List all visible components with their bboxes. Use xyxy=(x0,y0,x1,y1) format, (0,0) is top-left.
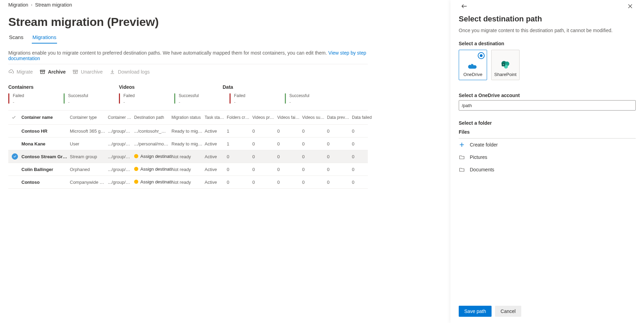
cell-migration-status: Not ready xyxy=(171,167,205,172)
table-row[interactable]: Mona KaneUser.../group/ed53....../person… xyxy=(8,137,368,150)
breadcrumb-link-migration[interactable]: Migration xyxy=(8,2,28,8)
checkmark-icon xyxy=(12,166,18,172)
cell-migration-status: Not ready xyxy=(171,154,205,159)
warning-dot-icon xyxy=(134,180,138,184)
stat-label: Failed xyxy=(234,93,245,98)
col-data-failed[interactable]: Data failed xyxy=(352,115,377,120)
table-row[interactable]: Contoso Stream GroupStream group.../grou… xyxy=(8,150,368,163)
cell-container-path: .../group/ed53... xyxy=(108,180,134,185)
row-checkbox[interactable] xyxy=(8,128,21,134)
cell-container-name: Mona Kane xyxy=(21,141,70,146)
col-task-status[interactable]: Task status xyxy=(205,115,227,120)
row-checkbox[interactable] xyxy=(8,141,21,147)
radio-selected-icon xyxy=(478,52,485,59)
cell-destination-path[interactable]: Assign destination xyxy=(134,179,171,185)
assign-destination-link[interactable]: Assign destination xyxy=(140,154,171,159)
checkmark-icon xyxy=(12,141,18,147)
cell-folders-created: 0 xyxy=(227,180,252,185)
cell-folders-created: 1 xyxy=(227,141,252,146)
cell-container-type: Stream group xyxy=(70,154,108,159)
back-button[interactable] xyxy=(459,1,470,12)
folder-label: Documents xyxy=(470,167,494,172)
bar-green-icon xyxy=(174,93,175,104)
cell-task-status: Active xyxy=(205,154,227,159)
cell-data-prev: 0 xyxy=(327,129,352,134)
save-path-button[interactable]: Save path xyxy=(459,306,492,317)
stat-value: - xyxy=(179,99,199,105)
account-label: Select a OneDrive account xyxy=(459,93,636,98)
cloud-upload-icon xyxy=(8,69,14,75)
col-destination-path[interactable]: Destination path xyxy=(134,115,171,120)
col-folders-created[interactable]: Folders created xyxy=(227,115,252,120)
cell-container-name: Contoso xyxy=(21,180,70,185)
stat-value: - xyxy=(68,99,88,105)
row-checkbox[interactable] xyxy=(8,179,21,185)
stats-head-containers: Containers xyxy=(8,84,119,90)
panel-footer: Save path Cancel xyxy=(450,300,644,323)
cell-container-path: .../group/ed53... xyxy=(108,129,134,134)
check-header-icon[interactable] xyxy=(8,115,21,120)
archive-button[interactable]: Archive xyxy=(40,69,66,75)
create-folder-item[interactable]: Create folder xyxy=(459,139,636,151)
folder-pictures[interactable]: Pictures xyxy=(459,151,636,163)
unarchive-icon xyxy=(73,69,78,75)
breadcrumb-current: Stream migration xyxy=(35,2,72,8)
folder-documents[interactable]: Documents xyxy=(459,163,636,176)
sharepoint-icon: S xyxy=(501,60,510,69)
tab-migrations[interactable]: Migrations xyxy=(32,31,57,44)
cell-migration-status: Ready to migrate xyxy=(171,129,205,134)
onedrive-icon xyxy=(468,62,478,69)
stat-value: - xyxy=(289,99,309,105)
close-button[interactable] xyxy=(625,1,636,12)
plus-icon xyxy=(459,142,465,148)
download-logs-button[interactable]: Download logs xyxy=(110,69,150,75)
migrate-button[interactable]: Migrate xyxy=(8,69,33,75)
cell-destination-path[interactable]: Assign destination xyxy=(134,167,171,172)
col-data-previo[interactable]: Data previo... xyxy=(327,115,352,120)
tab-scans[interactable]: Scans xyxy=(8,31,24,44)
select-folder-label: Select a folder xyxy=(459,120,636,126)
cell-videos-succ: 0 xyxy=(302,141,327,146)
cell-destination-path[interactable]: Assign destination xyxy=(134,154,171,160)
col-migration-status[interactable]: Migration status xyxy=(171,115,205,120)
stat-data-successful: Successful - xyxy=(285,93,340,105)
cancel-button[interactable]: Cancel xyxy=(495,306,521,317)
table-row[interactable]: Colin BallingerOrphaned.../group/ed53...… xyxy=(8,163,368,176)
onedrive-label: OneDrive xyxy=(464,72,483,77)
destination-sharepoint-card[interactable]: S SharePoint xyxy=(491,50,520,80)
stat-label: Failed xyxy=(13,93,24,98)
col-container-type[interactable]: Container type xyxy=(70,115,108,120)
cell-folders-created: 0 xyxy=(227,167,252,172)
col-container-name[interactable]: Container name xyxy=(21,115,70,120)
cell-container-name: Colin Ballinger xyxy=(21,167,70,172)
row-checkbox[interactable] xyxy=(8,166,21,172)
tabs: Scans Migrations xyxy=(8,31,368,44)
cell-data-failed: 0 xyxy=(352,154,377,159)
destination-onedrive-card[interactable]: OneDrive xyxy=(459,50,487,80)
migrations-table: Container name Container type Container … xyxy=(8,110,368,189)
cell-container-type: Microsoft 365 group xyxy=(70,129,108,134)
cell-videos-failed: 0 xyxy=(277,129,302,134)
cell-data-prev: 0 xyxy=(327,167,352,172)
cell-videos-prev: 0 xyxy=(252,167,277,172)
cell-data-failed: 0 xyxy=(352,129,377,134)
table-row[interactable]: Contoso HRMicrosoft 365 group.../group/e… xyxy=(8,125,368,137)
col-videos-failed[interactable]: Videos failed xyxy=(277,115,302,120)
warning-dot-icon xyxy=(134,167,138,171)
stat-videos-failed: Failed - xyxy=(119,93,174,105)
folder-icon xyxy=(459,154,465,160)
unarchive-button[interactable]: Unarchive xyxy=(73,69,103,75)
col-videos-succ[interactable]: Videos succ... xyxy=(302,115,327,120)
assign-destination-link[interactable]: Assign destination xyxy=(140,167,171,172)
select-destination-label: Select a destination xyxy=(459,41,636,46)
assign-destination-link[interactable]: Assign destination xyxy=(140,179,171,184)
col-videos-prev[interactable]: Videos prev... xyxy=(252,115,277,120)
col-container-path[interactable]: Container path xyxy=(108,115,134,120)
cell-videos-failed: 0 xyxy=(277,141,302,146)
row-checkbox[interactable] xyxy=(8,153,21,160)
stat-label: Failed xyxy=(123,93,135,98)
table-row[interactable]: ContosoCompanywide channel.../group/ed53… xyxy=(8,176,368,189)
stat-value: - xyxy=(123,99,135,105)
cell-data-failed: 0 xyxy=(352,167,377,172)
onedrive-account-input[interactable] xyxy=(459,100,636,111)
